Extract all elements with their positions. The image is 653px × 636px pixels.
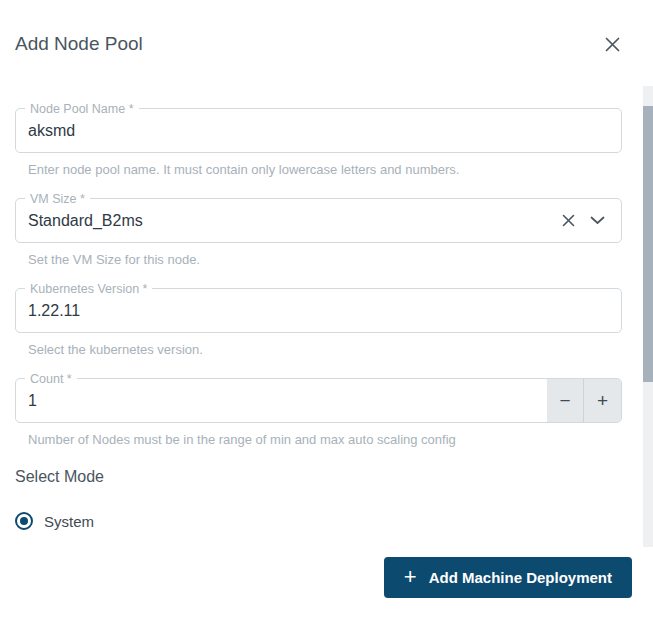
field-vm-size: VM Size * [15, 198, 622, 267]
radio-option-system[interactable]: System [15, 512, 94, 530]
field-count: Count * − + Number of Nodes must be in t… [15, 378, 622, 447]
count-field-box: Count * − + [15, 378, 622, 423]
vm-size-field-box: VM Size * [15, 198, 622, 243]
form-content: Node Pool Name * Enter node pool name. I… [15, 108, 622, 530]
dialog-header: Add Node Pool [0, 0, 653, 55]
field-kubernetes-version: Kubernetes Version * Select the kubernet… [15, 288, 622, 357]
clear-icon [562, 215, 575, 230]
dialog-title: Add Node Pool [15, 33, 143, 55]
kubernetes-version-label: Kubernetes Version * [25, 281, 152, 297]
radio-button-icon[interactable] [15, 512, 33, 530]
count-input[interactable] [16, 379, 547, 422]
vm-size-dropdown-button[interactable] [590, 216, 605, 225]
add-button-label: Add Machine Deployment [429, 569, 612, 586]
radio-option-label: System [44, 513, 94, 530]
count-helper: Number of Nodes must be in the range of … [28, 432, 622, 447]
select-mode-heading: Select Mode [15, 468, 622, 486]
kubernetes-version-helper: Select the kubernetes version. [28, 342, 622, 357]
node-pool-name-field-box: Node Pool Name * [15, 108, 622, 153]
count-decrement-button[interactable]: − [547, 379, 584, 422]
add-machine-deployment-button[interactable]: + Add Machine Deployment [384, 557, 632, 598]
scrollbar-track[interactable] [643, 86, 653, 547]
field-node-pool-name: Node Pool Name * Enter node pool name. I… [15, 108, 622, 177]
scrollbar-thumb[interactable] [643, 106, 653, 382]
vm-size-label: VM Size * [25, 191, 90, 207]
close-icon [604, 41, 621, 56]
vm-size-clear-button[interactable] [562, 214, 575, 227]
dialog-footer: + Add Machine Deployment [0, 530, 653, 598]
node-pool-name-label: Node Pool Name * [25, 101, 139, 117]
kubernetes-version-field-box: Kubernetes Version * [15, 288, 622, 333]
vm-size-input[interactable] [16, 199, 562, 242]
count-stepper: − + [547, 379, 621, 422]
chevron-down-icon [590, 213, 605, 228]
vm-size-controls [562, 199, 621, 242]
add-node-pool-dialog: Add Node Pool Node Pool Name * Enter nod… [0, 0, 653, 636]
count-label: Count * [25, 371, 77, 387]
node-pool-name-helper: Enter node pool name. It must contain on… [28, 162, 622, 177]
plus-icon: + [404, 566, 417, 588]
count-increment-button[interactable]: + [584, 379, 621, 422]
radio-selected-dot [20, 517, 28, 525]
vm-size-helper: Set the VM Size for this node. [28, 252, 622, 267]
close-button[interactable] [604, 36, 621, 53]
